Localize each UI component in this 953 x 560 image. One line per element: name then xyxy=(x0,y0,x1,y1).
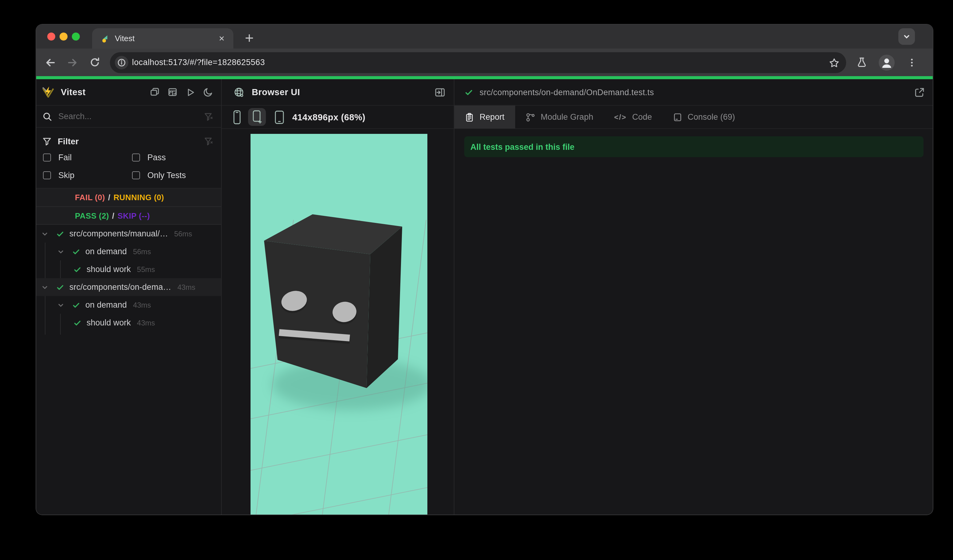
filter-checkbox-pass[interactable]: Pass xyxy=(125,153,214,162)
sidebar: Vitest xyxy=(36,79,222,515)
app-title: Vitest xyxy=(61,87,86,97)
device-phone-icon[interactable] xyxy=(230,109,244,126)
tab-console[interactable]: Console (69) xyxy=(662,105,745,128)
duration-label: 43ms xyxy=(133,301,151,309)
tab-search-button[interactable] xyxy=(898,28,915,45)
filter-checkbox-only-tests[interactable]: Only Tests xyxy=(125,171,214,180)
test-suite-row[interactable]: on demand 43ms xyxy=(36,296,221,314)
browser-toolbar: localhost:5173/#/?file=1828625563 xyxy=(36,48,933,76)
experiments-flask-icon[interactable] xyxy=(856,57,867,68)
close-window-button[interactable] xyxy=(47,33,55,40)
pass-check-icon xyxy=(71,247,81,256)
device-toolbar: 414x896px (68%) xyxy=(222,105,454,129)
viewport-size-label[interactable]: 414x896px (68%) xyxy=(292,112,365,122)
run-all-play-icon[interactable] xyxy=(185,87,196,98)
tab-code[interactable]: </> Code xyxy=(604,105,662,128)
pass-check-icon xyxy=(73,265,82,273)
screen: Vitest ✕ l xyxy=(0,0,953,560)
report-tabs: Report Module Graph </> Code Console (69… xyxy=(455,105,933,129)
browser-tab-vitest[interactable]: Vitest ✕ xyxy=(92,28,233,48)
test-summary: FAIL (0) / RUNNING (0) PASS (2) / SKIP (… xyxy=(36,189,221,225)
device-tablet-icon[interactable] xyxy=(272,109,287,126)
pass-check-icon xyxy=(71,301,81,309)
robot-cube-scene xyxy=(250,134,427,515)
tab-close-icon[interactable]: ✕ xyxy=(216,33,227,44)
test-file-path: src/components/on-demand/OnDemand.test.t… xyxy=(480,87,654,97)
browser-window: Vitest ✕ l xyxy=(36,25,933,515)
duration-label: 43ms xyxy=(137,318,155,327)
browser-menu-kebab-icon[interactable] xyxy=(906,57,917,68)
back-button[interactable] xyxy=(41,53,60,71)
dashboard-report-icon[interactable] xyxy=(167,87,178,98)
zoom-window-button[interactable] xyxy=(72,33,80,40)
pass-check-icon xyxy=(73,318,82,327)
pass-count: PASS (2) xyxy=(75,211,109,220)
checkbox[interactable] xyxy=(132,171,140,179)
chevron-down-icon[interactable] xyxy=(40,283,50,292)
code-icon: </> xyxy=(614,113,627,121)
test-progress-bar xyxy=(36,76,933,79)
forward-button[interactable] xyxy=(63,53,82,71)
vitest-logo-icon xyxy=(42,86,55,99)
device-phone-plus-button-selected[interactable] xyxy=(248,108,266,126)
filter-title: Filter xyxy=(58,137,79,146)
pass-check-icon xyxy=(55,230,65,238)
summary-line-1: FAIL (0) / RUNNING (0) xyxy=(36,189,221,206)
preview-area xyxy=(222,129,454,515)
checkbox[interactable] xyxy=(43,154,51,161)
bookmark-star-icon[interactable] xyxy=(829,57,840,68)
duration-label: 43ms xyxy=(177,283,196,292)
running-count: RUNNING (0) xyxy=(113,193,164,202)
filter-funnel-icon xyxy=(42,137,51,146)
chevron-down-icon[interactable] xyxy=(40,230,50,238)
preview-panel-title: Browser UI xyxy=(252,87,300,97)
tab-report[interactable]: Report xyxy=(455,105,515,128)
filter-checkbox-fail[interactable]: Fail xyxy=(36,153,125,162)
collapse-panels-icon[interactable] xyxy=(149,87,160,98)
chevron-down-icon[interactable] xyxy=(56,247,66,256)
tab-module-graph[interactable]: Module Graph xyxy=(515,105,604,128)
vitest-ui: Vitest xyxy=(36,79,933,515)
skip-count: SKIP (--) xyxy=(118,211,150,220)
profile-avatar[interactable] xyxy=(879,54,895,70)
url-text[interactable]: localhost:5173/#/?file=1828625563 xyxy=(132,58,265,67)
tab-strip: Vitest ✕ xyxy=(36,25,933,48)
search-placeholder[interactable]: Search... xyxy=(58,112,92,121)
search-icon xyxy=(42,112,52,121)
browser-preview-iframe[interactable] xyxy=(250,134,427,515)
test-tree: src/components/manual/… 56ms on demand 5… xyxy=(36,225,221,332)
pass-check-icon xyxy=(55,283,65,292)
checkbox[interactable] xyxy=(43,171,51,179)
tab-title: Vitest xyxy=(115,34,216,43)
test-suite-row[interactable]: on demand 56ms xyxy=(36,242,221,261)
dock-panel-icon[interactable] xyxy=(434,87,445,98)
test-file-row[interactable]: src/components/manual/… 56ms xyxy=(36,225,221,242)
report-panel: src/components/on-demand/OnDemand.test.t… xyxy=(455,79,933,515)
test-case-row[interactable]: should work 55ms xyxy=(36,261,221,278)
minimize-window-button[interactable] xyxy=(60,33,68,40)
site-info-icon[interactable] xyxy=(115,56,128,69)
duration-label: 56ms xyxy=(133,247,151,256)
checkbox[interactable] xyxy=(132,154,140,161)
reload-button[interactable] xyxy=(85,53,104,71)
filter-checkbox-skip[interactable]: Skip xyxy=(36,171,125,180)
clear-search-filter-icon[interactable] xyxy=(204,112,214,121)
all-tests-passed-banner: All tests passed in this file xyxy=(464,137,924,157)
window-controls[interactable] xyxy=(47,33,80,40)
test-case-row[interactable]: should work 43ms xyxy=(36,314,221,332)
chevron-down-icon[interactable] xyxy=(56,301,66,309)
fail-count: FAIL (0) xyxy=(75,193,105,202)
summary-line-2: PASS (2) / SKIP (--) xyxy=(36,206,221,224)
globe-icon xyxy=(234,87,244,97)
filter-panel: Filter Fail Pass xyxy=(36,128,221,189)
vitest-favicon-icon xyxy=(101,34,109,43)
dark-mode-moon-icon[interactable] xyxy=(203,87,214,98)
clear-filters-icon[interactable] xyxy=(204,137,214,146)
open-external-icon[interactable] xyxy=(914,87,925,98)
new-tab-button[interactable] xyxy=(241,29,258,47)
search-bar[interactable]: Search... xyxy=(36,105,221,128)
test-file-row-selected[interactable]: src/components/on-dema… 43ms xyxy=(36,278,221,296)
browser-ui-panel: Browser UI 414x896px (68%) xyxy=(222,79,455,515)
address-bar[interactable]: localhost:5173/#/?file=1828625563 xyxy=(110,52,846,73)
duration-label: 56ms xyxy=(174,230,192,238)
